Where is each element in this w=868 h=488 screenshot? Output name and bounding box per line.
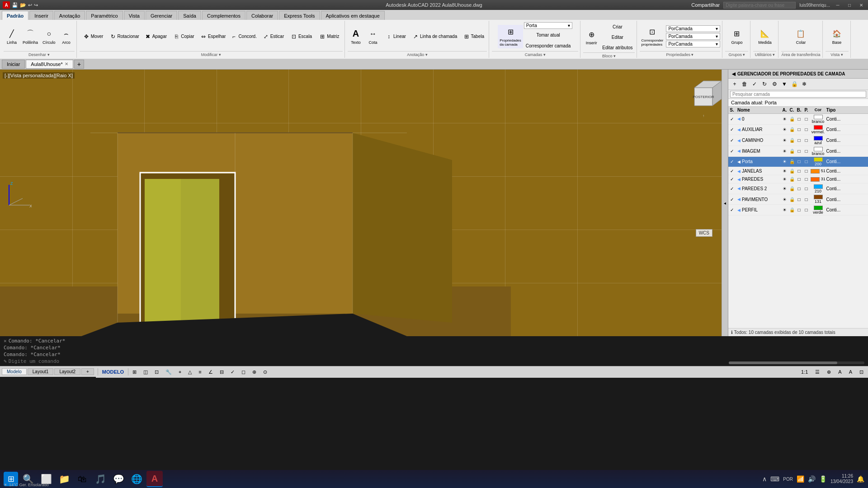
- layer-search-input[interactable]: [730, 91, 866, 98]
- tab-aplicativos[interactable]: Aplicativos em destaque: [321, 11, 385, 20]
- taskbar-discord[interactable]: 💬: [110, 471, 127, 487]
- viewcube-svg[interactable]: POSTERIOR ↑: [681, 74, 722, 119]
- quick-access-undo[interactable]: ↩: [28, 2, 32, 8]
- tab-gerenciar[interactable]: Gerenciar: [146, 11, 177, 20]
- btn-grupo[interactable]: ⊞ Grupo: [729, 25, 745, 48]
- taskbar-store[interactable]: 🛍: [74, 471, 90, 487]
- tab-saida[interactable]: Saída: [178, 11, 201, 20]
- status-sel[interactable]: ✓: [228, 368, 237, 376]
- btn-base[interactable]: 🏠 Base: [829, 25, 845, 48]
- btn-mover[interactable]: ✥ Mover: [80, 32, 107, 42]
- linetype-dropdown[interactable]: PorCamada▾: [666, 33, 720, 40]
- btn-polilinha[interactable]: ⌒ Polilinha: [21, 25, 40, 48]
- status-customize[interactable]: ⊡: [857, 368, 866, 376]
- keyboard-icon[interactable]: ⌨: [770, 475, 779, 483]
- layer-row-0[interactable]: ✓ ◀0 ☀ 🔒 □ □ branco Conti...: [728, 114, 868, 125]
- btn-editar[interactable]: Editar: [600, 32, 634, 42]
- tab-iniciar[interactable]: Iniciar: [2, 60, 25, 69]
- layer-row-porta[interactable]: ✓ ◀Porta ☀ 🔒 □ □ 200 Conti...: [728, 157, 868, 168]
- taskbar-autocad[interactable]: A: [146, 471, 163, 487]
- btn-tabela[interactable]: ⊞ Tabela: [460, 32, 487, 42]
- status-zoom[interactable]: ⊕: [824, 368, 834, 376]
- status-dynin[interactable]: ≡: [196, 368, 204, 375]
- btn-cota[interactable]: ↔ Cota: [365, 25, 381, 48]
- tab-new-layout[interactable]: +: [81, 368, 94, 375]
- status-snap[interactable]: ◫: [141, 368, 151, 376]
- layer-btn-new[interactable]: +: [730, 80, 739, 89]
- layer-row-auxiliar[interactable]: ✓ ◀AUXILIAR ☀ 🔒 □ □ vermel. Conti...: [728, 125, 868, 136]
- taskbar-spotify[interactable]: 🎵: [92, 471, 108, 487]
- tab-express[interactable]: Express Tools: [279, 11, 320, 20]
- btn-linha-chamada[interactable]: ↗ Linha de chamada: [410, 32, 459, 42]
- search-input[interactable]: [723, 2, 796, 9]
- restore-button[interactable]: □: [845, 2, 854, 8]
- layer-row-caminho[interactable]: ✓ ◀CAMINHO ☀ 🔒 □ □ azul Conti...: [728, 135, 868, 146]
- color-dropdown[interactable]: PorCamada▾: [666, 25, 720, 32]
- status-ortho[interactable]: ⊡: [152, 368, 161, 376]
- status-view-a[interactable]: A: [835, 368, 844, 375]
- tab-colaborar[interactable]: Colaborar: [246, 11, 278, 20]
- layer-row-pavimento[interactable]: ✓ ◀PAVIMENTO ☀ 🔒 □ □ 131 Conti...: [728, 194, 868, 205]
- btn-tomar-atual[interactable]: Tomar atual: [524, 30, 573, 40]
- btn-circulo[interactable]: ○ Círculo: [41, 25, 57, 48]
- tab-vista[interactable]: Vista: [124, 11, 145, 20]
- tab-close-icon[interactable]: ✕: [65, 61, 68, 66]
- btn-colar[interactable]: 📋 Colar: [793, 25, 809, 48]
- tab-aula8[interactable]: Aula8Uhouse* ✕: [26, 60, 73, 69]
- btn-corresponder-camada[interactable]: Corresponder camada: [524, 41, 573, 51]
- minimize-button[interactable]: ─: [834, 2, 842, 8]
- btn-rotacionar[interactable]: ↻ Rotacionar: [108, 32, 141, 42]
- close-button[interactable]: ✕: [857, 2, 865, 8]
- btn-corresponder-prop[interactable]: ⊡ Corresponderpropriedades: [640, 25, 665, 48]
- status-gizmo[interactable]: ◻: [239, 368, 248, 376]
- layer-row-perfil[interactable]: ✓ ◀PERFIL ☀ 🔒 □ □ verde Conti...: [728, 205, 868, 216]
- btn-editar-atributos[interactable]: Editar atributos: [600, 42, 634, 52]
- clock[interactable]: 11:26 13/04/2023: [830, 474, 853, 484]
- btn-escala[interactable]: ⊡ Escala: [288, 32, 315, 42]
- btn-inserir[interactable]: ⊕ Inserir: [583, 25, 599, 49]
- tab-anotacao[interactable]: Anotação: [54, 11, 85, 20]
- wifi-icon[interactable]: 📶: [797, 475, 804, 483]
- btn-matriz[interactable]: ⊞ Matriz: [316, 32, 343, 42]
- tab-parametrico[interactable]: Paramétrico: [86, 11, 123, 20]
- status-otrack[interactable]: △: [185, 368, 194, 376]
- status-trans[interactable]: ⊟: [217, 368, 226, 376]
- btn-linha[interactable]: ╱ Linha: [4, 25, 20, 48]
- layer-btn-settings[interactable]: ⚙: [770, 80, 779, 89]
- status-scale[interactable]: 1:1: [798, 368, 811, 375]
- layer-btn-filter[interactable]: ▼: [780, 80, 789, 89]
- tab-modelo[interactable]: Modelo: [2, 368, 27, 375]
- quick-access-open[interactable]: 📂: [20, 2, 26, 8]
- layer-row-paredes2[interactable]: ✓ ◀PAREDES 2 ☀ 🔒 □ □ 210 Conti...: [728, 183, 868, 194]
- status-polar[interactable]: 🔧: [163, 368, 175, 376]
- status-grid[interactable]: ⊞: [130, 368, 139, 376]
- viewport[interactable]: [-][Vista personalizada][Raio X]: [0, 70, 722, 336]
- btn-medida[interactable]: 📐 Medida: [756, 25, 774, 48]
- btn-apagar[interactable]: ✖ Apagar: [142, 32, 169, 42]
- layer-selector[interactable]: Porta ▾: [524, 22, 573, 29]
- tab-padrao[interactable]: Padrão: [2, 11, 28, 20]
- layer-btn-lock[interactable]: 🔒: [790, 80, 799, 89]
- btn-linear[interactable]: ↕ Linear: [382, 32, 409, 42]
- panel-collapse-btn[interactable]: ◂: [722, 70, 728, 336]
- btn-concord[interactable]: ⌐ Concord.: [228, 32, 259, 42]
- status-nav[interactable]: ☰: [812, 368, 822, 376]
- btn-copiar[interactable]: ⎘ Copiar: [170, 32, 197, 42]
- tab-inserir[interactable]: Inserir: [29, 11, 53, 20]
- layer-btn-current[interactable]: ✓: [750, 80, 759, 89]
- taskbar-explorer[interactable]: 📁: [56, 471, 72, 487]
- layer-row-paredes[interactable]: ✓ ◀PAREDES ☀ 🔒 □ □ 31 Conti...: [728, 175, 868, 183]
- btn-prop-camada[interactable]: ⊞ Propriedadesda camada: [498, 25, 523, 48]
- btn-criar[interactable]: Criar: [600, 22, 634, 32]
- tab-layout2[interactable]: Layout2: [54, 368, 80, 375]
- status-lweight[interactable]: ∠: [206, 368, 216, 376]
- speaker-icon[interactable]: 🔊: [808, 475, 816, 483]
- status-modelo[interactable]: MODELO: [99, 368, 127, 375]
- btn-arco[interactable]: ⌢ Arco: [58, 25, 75, 48]
- layer-row-janelas[interactable]: ✓ ◀JANELAS ☀ 🔒 □ □ 51 Conti...: [728, 167, 868, 175]
- status-ws[interactable]: ⊙: [260, 368, 270, 376]
- chevron-up-icon[interactable]: ∧: [762, 475, 767, 483]
- layer-btn-freeze[interactable]: ❄: [800, 80, 809, 89]
- viewcube[interactable]: POSTERIOR ↑: [681, 74, 717, 110]
- status-view-b[interactable]: A: [846, 368, 855, 375]
